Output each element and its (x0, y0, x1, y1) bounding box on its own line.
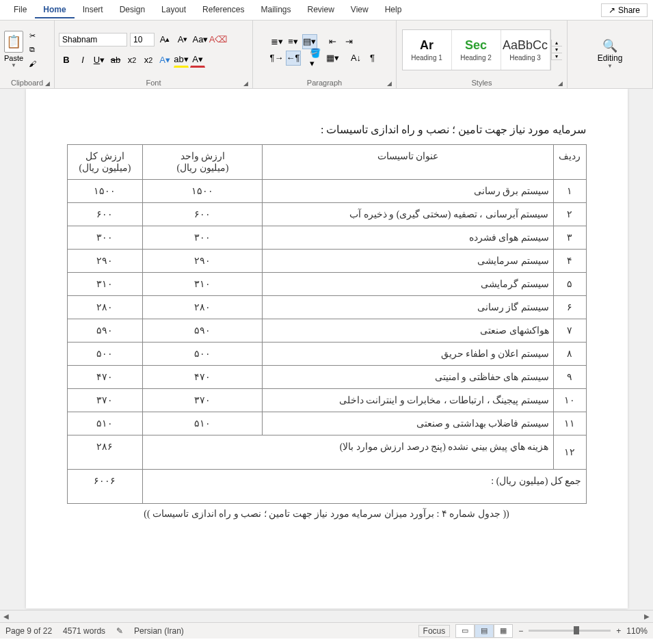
web-layout-button[interactable]: ▦ (494, 624, 513, 638)
horizontal-scrollbar[interactable]: ◀ ▶ (0, 610, 653, 622)
table-row: ۱۱سیستم فاضلاب بهداشتی و صنعتی۵۱۰۵۱۰ (67, 412, 586, 435)
menu-insert[interactable]: Insert (75, 2, 111, 18)
style-heading-3[interactable]: AaBbCcHeading 3 (501, 30, 550, 70)
share-button[interactable]: ↗ Share (601, 3, 648, 17)
page[interactable]: سرمایه مورد نیاز جهت تامین ؛ نصب و راه ا… (26, 89, 628, 608)
menu-view[interactable]: View (343, 2, 377, 18)
bold-button[interactable]: B (59, 53, 74, 68)
font-color-button[interactable]: A▾ (190, 53, 205, 68)
word-count-status[interactable]: 4571 words (63, 626, 105, 636)
cut-button[interactable]: ✂ (26, 30, 38, 42)
grow-font-button[interactable]: A▴ (157, 32, 172, 47)
menu-layout[interactable]: Layout (153, 2, 194, 18)
menu-file[interactable]: File (5, 2, 35, 18)
share-label: Share (618, 5, 640, 15)
focus-label[interactable]: Focus (418, 625, 451, 637)
shading-button[interactable]: 🪣▾ (309, 51, 324, 66)
font-group-label: Font (146, 79, 161, 87)
data-table: ردیفعنوان تاسیساتارزش واحد(میلیون ریال)ا… (67, 144, 587, 504)
styles-dialog-launcher[interactable]: ◢ (558, 80, 563, 87)
zoom-slider[interactable] (529, 630, 611, 632)
zoom-level[interactable]: 110% (626, 626, 648, 636)
increase-indent-button[interactable]: ⇥ (342, 34, 357, 49)
spell-check-icon[interactable]: ✎ (116, 626, 123, 636)
scroll-left-button[interactable]: ◀ (0, 613, 12, 620)
zoom-in-button[interactable]: + (616, 626, 621, 636)
paste-label: Paste (4, 54, 23, 62)
text-effects-button[interactable]: A▾ (157, 53, 172, 68)
clipboard-group-label: Clipboard (11, 79, 43, 87)
highlight-button[interactable]: ab▾ (174, 53, 189, 68)
status-bar: Page 9 of 22 4571 words ✎ Persian (Iran)… (0, 622, 653, 639)
menu-review[interactable]: Review (299, 2, 342, 18)
ltr-button[interactable]: ¶→ (269, 51, 284, 66)
ribbon: 📋 Paste ▼ ✂ ⧉ 🖌 Clipboard◢ A▴ A▾ Aa▾ A⌫ (0, 21, 653, 89)
paste-button[interactable]: 📋 Paste ▼ (4, 31, 23, 68)
print-layout-button[interactable]: ▤ (475, 624, 494, 638)
styles-more-button[interactable]: ▾ (552, 53, 562, 60)
table-row: ۸سیستم اعلان و اطفاء حریق۵۰۰۵۰۰ (67, 343, 586, 366)
style-heading-2[interactable]: SecHeading 2 (452, 30, 501, 70)
search-icon: 🔍 (602, 38, 617, 53)
copy-button[interactable]: ⧉ (26, 44, 38, 56)
table-title: سرمایه مورد نیاز جهت تامین ؛ نصب و راه ا… (67, 123, 587, 136)
bullets-button[interactable]: ≣▾ (269, 34, 284, 49)
clipboard-icon: 📋 (4, 31, 23, 53)
styles-gallery[interactable]: ArHeading 1SecHeading 2AaBbCcHeading 3 (402, 29, 551, 70)
font-name-combo[interactable] (59, 33, 127, 46)
clipboard-dialog-launcher[interactable]: ◢ (45, 80, 50, 87)
show-marks-button[interactable]: ¶ (365, 51, 380, 66)
style-heading-1[interactable]: ArHeading 1 (403, 30, 452, 70)
strikethrough-button[interactable]: ab (108, 53, 123, 68)
menu-mailings[interactable]: Mailings (252, 2, 299, 18)
styles-scroll-up[interactable]: ▴ (552, 40, 562, 46)
shrink-font-button[interactable]: A▾ (175, 32, 190, 47)
subscript-button[interactable]: x2 (124, 53, 139, 68)
read-mode-button[interactable]: ▭ (455, 624, 475, 638)
editing-dropdown[interactable]: 🔍 Editing ▼ (589, 36, 631, 72)
change-case-button[interactable]: Aa▾ (193, 32, 208, 47)
styles-scroll-down[interactable]: ▾ (552, 46, 562, 53)
share-icon: ↗ (609, 5, 615, 15)
menu-design[interactable]: Design (111, 2, 153, 18)
page-number-status[interactable]: Page 9 of 22 (5, 626, 52, 636)
table-header: عنوان تاسیسات (263, 145, 553, 180)
table-row: ۵سیستم گرمایشی۳۱۰۳۱۰ (67, 273, 586, 296)
decrease-indent-button[interactable]: ⇤ (325, 34, 341, 49)
rtl-button[interactable]: ←¶ (286, 51, 301, 66)
paragraph-dialog-launcher[interactable]: ◢ (387, 80, 392, 87)
styles-group-label: Styles (472, 79, 492, 87)
table-row: ۱۰سیستم پیجینگ ، ارتباطات ، مخابرات و ای… (67, 389, 586, 412)
table-row: ۴سیستم سرمایشی۲۹۰۲۹۰ (67, 250, 586, 273)
numbering-button[interactable]: ≡▾ (286, 34, 301, 49)
underline-button[interactable]: U▾ (92, 53, 107, 68)
chevron-down-icon: ▼ (11, 62, 16, 68)
menu-help[interactable]: Help (377, 2, 410, 18)
borders-button[interactable]: ▦▾ (325, 51, 341, 66)
sort-button[interactable]: A↓ (349, 51, 364, 66)
italic-button[interactable]: I (75, 53, 90, 68)
font-size-combo[interactable] (130, 33, 155, 46)
document-area[interactable]: سرمایه مورد نیاز جهت تامین ؛ نصب و راه ا… (0, 89, 653, 610)
table-row: ۲سیستم آبرسانی ، تصفیه (سختی گیری) و ذخی… (67, 203, 586, 226)
table-row: ۷هواکشهای صنعتی۵۹۰۵۹۰ (67, 319, 586, 343)
table-header: ارزش کل(میلیون ریال) (67, 145, 143, 180)
menu-home[interactable]: Home (35, 2, 74, 18)
paragraph-group-label: Paragraph (307, 79, 342, 87)
language-status[interactable]: Persian (Iran) (134, 626, 184, 636)
menu-bar: FileHomeInsertDesignLayoutReferencesMail… (0, 0, 653, 21)
table-row: ۳سیستم هوای فشرده۳۰۰۳۰۰ (67, 226, 586, 250)
table-total-row: جمع کل (میلیون ریال) :۶۰۰۶ (67, 470, 586, 504)
zoom-out-button[interactable]: − (518, 626, 523, 636)
menu-references[interactable]: References (194, 2, 252, 18)
superscript-button[interactable]: x2 (141, 53, 156, 68)
multilevel-list-button[interactable]: ▤▾ (302, 34, 317, 49)
clear-formatting-button[interactable]: A⌫ (211, 32, 226, 47)
scroll-right-button[interactable]: ▶ (641, 613, 653, 620)
table-row: ۹سیستم های حفاظتی و امنیتی۴۷۰۴۷۰ (67, 366, 586, 389)
font-dialog-launcher[interactable]: ◢ (243, 80, 248, 87)
table-header: ارزش واحد(میلیون ریال) (143, 145, 263, 180)
table-row: ۶سیستم گاز رسانی۲۸۰۲۸۰ (67, 296, 586, 319)
format-painter-button[interactable]: 🖌 (26, 57, 38, 70)
table-row: ۱سیستم برق رسانی۱۵۰۰۱۵۰۰ (67, 180, 586, 203)
